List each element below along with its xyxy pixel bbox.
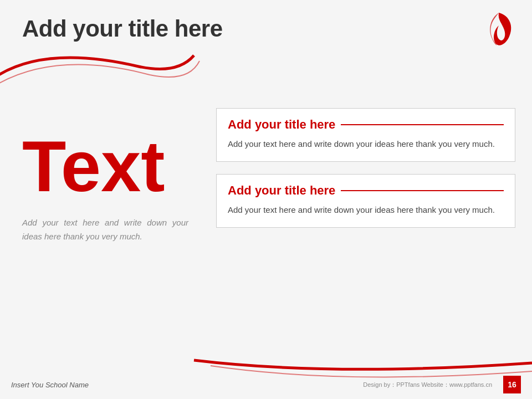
logo: [482, 10, 515, 43]
card-1-title-row: Add your title here: [228, 117, 504, 132]
card-1-title-text: Add your title here: [228, 117, 335, 132]
top-swoosh-decoration: [0, 0, 532, 100]
card-2-title-row: Add your title here: [228, 183, 504, 198]
main-title: Add your title here: [22, 16, 223, 42]
big-text-label: Text: [22, 130, 165, 202]
footer-page-number: 16: [503, 376, 521, 393]
card-2-body: Add your text here and write down your i…: [228, 203, 504, 217]
card-2-title-line: [341, 190, 504, 191]
card-1: Add your title here Add your text here a…: [216, 108, 515, 162]
card-2-title-text: Add your title here: [228, 183, 335, 198]
slide: Add your title here Text Add your text h…: [0, 0, 532, 399]
footer-design-credit: Design by：PPTfans Website：www.pptfans.cn: [363, 381, 492, 389]
footer: Insert You School Name Design by：PPTfans…: [0, 370, 532, 399]
left-body-text: Add your text here and write down your i…: [22, 216, 188, 244]
footer-right: Design by：PPTfans Website：www.pptfans.cn…: [363, 376, 521, 393]
card-2: Add your title here Add your text here a…: [216, 174, 515, 228]
footer-school-name: Insert You School Name: [11, 381, 89, 389]
right-section: Add your title here Add your text here a…: [216, 108, 515, 228]
card-1-title-line: [341, 124, 504, 125]
card-1-body: Add your text here and write down your i…: [228, 137, 504, 151]
